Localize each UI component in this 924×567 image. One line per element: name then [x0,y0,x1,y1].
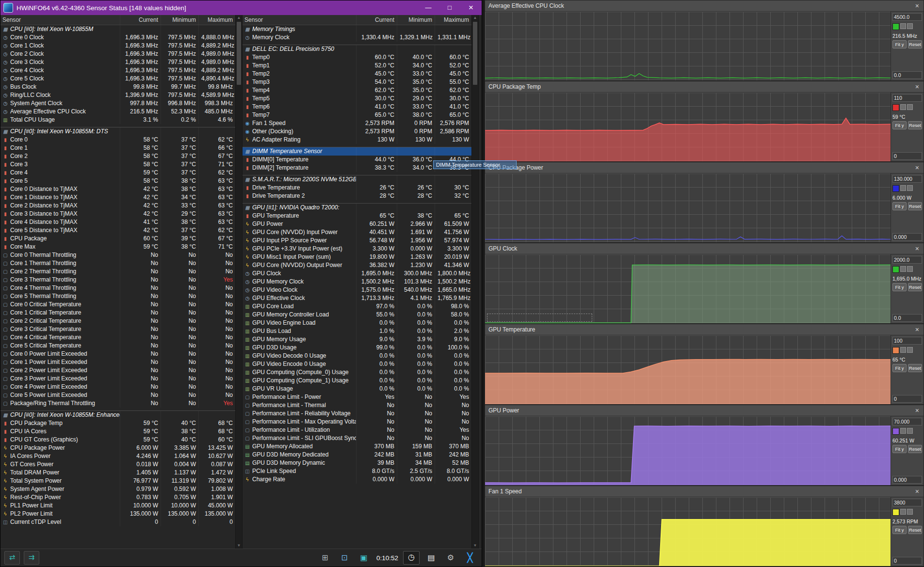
sensor-row[interactable]: ϟGPU PCIe +3.3V Input Power (est)3.300 W… [243,245,471,253]
sensor-row[interactable]: ▮CPU Package60 °C39 °C67 °C [0,235,235,243]
sensor-row[interactable]: ▢Core 5 Power Limit ExceededNoNoNo [0,391,235,399]
fit-y-button[interactable]: Fit y [892,364,907,372]
sensor-row[interactable]: ▤GPU Memory Allocated370 MB159 MB370 MB [243,442,471,451]
scroll-down-icon[interactable]: ▼ [237,543,241,549]
reset-button[interactable]: Reset [908,283,922,291]
reset-button[interactable]: Reset [908,121,922,129]
graph-titlebar[interactable]: CPU Package Temp× [485,81,924,93]
sensor-row[interactable]: ▥GPU Memory Usage9.0 %3.9 %9.0 % [243,335,471,344]
prev-sensor-page-button[interactable]: ⇄ [4,551,20,565]
series-color-swatch[interactable] [892,104,899,111]
sensor-row[interactable]: ϟRest-of-Chip Power0.783 W0.705 W1.901 W [0,493,235,502]
sensor-row[interactable]: ▮Core Max59 °C38 °C71 °C [0,243,235,251]
legend-button[interactable] [900,23,906,29]
reset-button[interactable]: Reset [908,364,922,372]
scrollbar-thumb[interactable] [473,22,477,85]
sensor-row[interactable]: ▮Temp462.0 °C35.0 °C62.0 °C [243,86,471,94]
sensor-row[interactable]: ▮Temp060.0 °C40.0 °C60.0 °C [243,53,471,62]
sensor-row[interactable]: ◷Memory Clock1,330.4 MHz1,329.1 MHz1,331… [243,33,471,42]
sensor-row[interactable]: ▮Drive Temperature 228 °C28 °C32 °C [243,192,471,200]
graph-titlebar[interactable]: GPU Temperature× [485,324,924,335]
maximize-button[interactable]: □ [439,0,460,15]
close-icon[interactable]: × [914,243,920,254]
sensor-row[interactable]: ▥GPU Computing (Compute_1) Usage0.0 %0.0… [243,377,471,385]
series-color-swatch[interactable] [892,266,899,273]
graph-titlebar[interactable]: Fan 1 Speed× [485,486,924,497]
legend-button[interactable] [907,104,913,110]
sensor-row[interactable]: ▮Core 558 °C38 °C63 °C [0,177,235,185]
sensor-row[interactable]: ▢Core 0 Thermal ThrottlingNoNoNo [0,251,235,259]
sensor-row[interactable]: ◷GPU Effective Clock1,713.3 MHz4.1 MHz1,… [243,294,471,302]
sensor-row[interactable]: ▮Temp152.0 °C34.0 °C52.0 °C [243,62,471,70]
scrollbar-thumb[interactable] [237,22,241,85]
next-sensor-page-button[interactable]: ⇉ [24,551,39,565]
legend-button[interactable] [907,185,913,191]
sensor-row[interactable]: ϟIA Cores Power4.246 W1.064 W10.627 W [0,452,235,460]
sensor-row[interactable]: ▥GPU VR Usage0.0 %0.0 %0.0 % [243,385,471,393]
legend-button[interactable] [900,509,906,515]
sensor-row[interactable]: ▥GPU Video Decode 0 Usage0.0 %0.0 %0.0 % [243,352,471,360]
settings-gear-button[interactable]: ⚙ [443,551,458,564]
system-summary-button[interactable]: ⊞ [317,551,333,564]
sensor-row[interactable]: ▢Core 1 Power Limit ExceededNoNoNo [0,358,235,366]
sensor-row[interactable]: ▢Core 1 Critical TemperatureNoNoNo [0,309,235,317]
legend-button[interactable] [907,23,913,29]
sensor-row[interactable]: ▮Core 158 °C37 °C66 °C [0,144,235,152]
sensor-row[interactable]: ϟGPU Core (NVVDD) Input Power40.451 W1.6… [243,228,471,236]
sensor-row[interactable]: ▢Performance Limit - PowerYesNoYes [243,393,471,401]
sensor-group-header[interactable]: ▦CPU [#0]: Intel Xeon W-10855M: DTS [0,127,235,136]
sensor-row[interactable]: ▢Core 2 Thermal ThrottlingNoNoNo [0,268,235,276]
sensor-row[interactable]: ▢Performance Limit - ThermalNoNoNo [243,401,471,410]
sensor-group-header[interactable]: ▦Memory Timings [243,25,471,33]
sensor-row[interactable]: ▢Core 4 Critical TemperatureNoNoNo [0,333,235,342]
sensor-row[interactable]: ϟTotal DRAM Power1.405 W1.137 W1.472 W [0,469,235,477]
reset-button[interactable]: Reset [908,40,922,48]
scroll-up-icon[interactable]: ▲ [237,15,241,21]
sensor-row[interactable]: ◷Core 0 Clock1,696.3 MHz797.5 MHz4,888.0… [0,33,235,42]
sensor-row[interactable]: ϟGPU Power60.251 W2.966 W61.509 W [243,220,471,228]
left-table-scrollbar[interactable]: ▲ ▼ [235,15,243,549]
series-color-swatch[interactable] [892,347,899,354]
close-icon[interactable]: × [914,405,920,416]
sensor-row[interactable]: ▢Performance Limit - Max Operating Volta… [243,418,471,426]
minimize-button[interactable]: — [418,0,439,15]
legend-button[interactable] [907,347,913,353]
sensor-row[interactable]: ϟTotal System Power76.977 W11.319 W79.80… [0,477,235,485]
sensor-row[interactable]: ◷GPU Memory Clock1,500.2 MHz101.3 MHz1,5… [243,278,471,286]
sensor-row[interactable]: ▮Core 2 Distance to TjMAX42 °C33 °C63 °C [0,202,235,210]
sensor-row[interactable]: ϟGPU Misc1 Input Power (sum)19.800 W1.26… [243,253,471,261]
sensor-row[interactable]: ▮Core 058 °C37 °C62 °C [0,136,235,144]
series-color-swatch[interactable] [892,428,899,435]
monitor-button[interactable]: ⊡ [337,551,352,564]
graph-titlebar[interactable]: GPU Clock× [485,243,924,254]
fit-y-button[interactable]: Fit y [892,121,907,129]
sensor-row[interactable]: ▮Temp765.0 °C38.0 °C65.0 °C [243,111,471,119]
sensor-row[interactable]: ▮Temp354.0 °C35.0 °C55.0 °C [243,78,471,86]
sensor-row[interactable]: ▢Core 0 Power Limit ExceededNoNoNo [0,350,235,358]
legend-button[interactable] [900,185,906,191]
sensor-row[interactable]: ◷Ring/LLC Clock1,396.9 MHz797.5 MHz4,589… [0,91,235,99]
close-icon[interactable]: × [914,486,920,497]
sensor-row[interactable]: ϟPL2 Power Limit135.000 W135.000 W135.00… [0,510,235,518]
scroll-up-icon[interactable]: ▲ [473,15,477,21]
sensor-row[interactable]: ▮Temp245.0 °C33.0 °C45.0 °C [243,70,471,78]
sensor-row[interactable]: ▮Temp530.0 °C29.0 °C30.0 °C [243,94,471,103]
sensor-row[interactable]: ▮CPU Package Temp59 °C40 °C68 °C [0,419,235,427]
sensor-row[interactable]: ▥GPU Core Load97.0 %0.0 %98.0 % [243,302,471,311]
fit-y-button[interactable]: Fit y [892,283,907,291]
sensor-row[interactable]: ϟGPU Core (NVVDD) Output Power36.382 W1.… [243,261,471,269]
sensor-row[interactable]: ◉Fan 1 Speed2,573 RPM0 RPM2,576 RPM [243,119,471,127]
sensor-row[interactable]: ◷Core 2 Clock1,696.3 MHz797.5 MHz4,989.0… [0,50,235,58]
window-titlebar[interactable]: HWiNFO64 v6.42-4360 Sensor Status [148 v… [0,0,482,15]
sensor-row[interactable]: ▢Core 4 Power Limit ExceededNoNoNo [0,383,235,391]
sensor-row[interactable]: ◷Core 4 Clock1,696.3 MHz797.5 MHz4,889.2… [0,66,235,75]
reset-button[interactable]: Reset [908,526,922,534]
sensor-group-header[interactable]: ▦CPU [#0]: Intel Xeon W-10855M: Enhanced [0,411,235,419]
series-color-swatch[interactable] [892,23,899,30]
sensor-group-header[interactable]: ▦GPU [#1]: NVIDIA Quadro T2000: [243,204,471,212]
sensor-row[interactable]: ϟGT Cores Power0.018 W0.004 W0.087 W [0,460,235,469]
sensor-row[interactable]: ▢Core 4 Thermal ThrottlingNoNoNo [0,284,235,292]
sensor-row[interactable]: ▮Core 0 Distance to TjMAX42 °C38 °C63 °C [0,185,235,193]
right-table-scrollbar[interactable]: ▲ ▼ [471,15,479,549]
sensor-row[interactable]: ▢Core 5 Critical TemperatureNoNoNo [0,342,235,350]
